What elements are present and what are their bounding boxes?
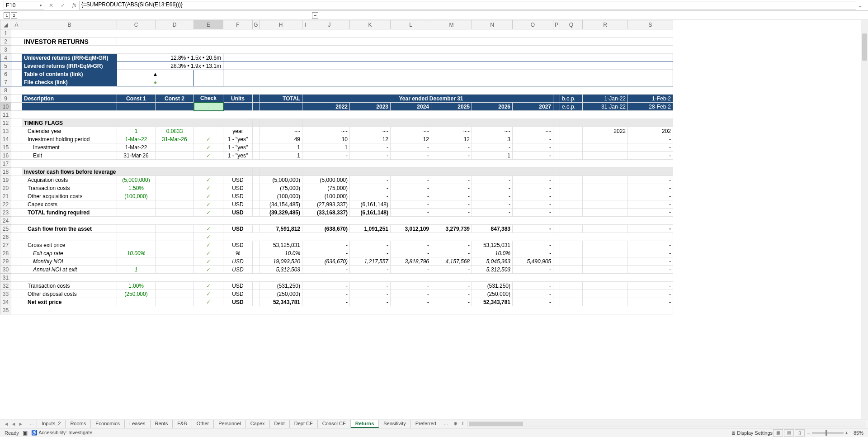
cell[interactable]: 3,279,739 [431,225,472,233]
row-22[interactable]: 22 [0,200,11,209]
tab-prev-icon[interactable]: ◄ [10,421,17,427]
row-12[interactable]: 12 [0,119,11,127]
cell[interactable]: - [628,298,673,306]
cell-desc[interactable]: Calendar year [22,127,117,135]
row-31[interactable]: 31 [0,274,11,282]
cell[interactable]: ~~ [259,127,302,135]
cell-desc[interactable]: Cash flow from the asset [22,225,117,233]
cell[interactable]: - [431,192,472,200]
sheet-tab-consolcf[interactable]: Consol CF [318,420,351,428]
row-6[interactable]: 6 [0,70,11,78]
row-18[interactable]: 18 [0,168,11,176]
cell[interactable]: - [391,249,431,257]
cell[interactable]: 3,818,796 [391,257,431,266]
cell[interactable]: 3,012,109 [391,225,431,233]
cell[interactable]: - [309,249,350,257]
cell-desc[interactable]: Other acquisition costs [22,192,117,200]
cell[interactable]: - [628,241,673,249]
cell[interactable]: - [309,298,350,306]
cell[interactable]: (100,000) [309,192,350,200]
col-O[interactable]: O [513,20,553,29]
row-10[interactable]: 10 [0,103,11,111]
cell[interactable]: USD [223,257,253,266]
cell[interactable]: - [391,176,431,184]
fx-icon[interactable]: fx [72,2,76,9]
cell[interactable]: year [223,127,253,135]
sheet-tab-other[interactable]: Other [192,420,214,428]
cell[interactable]: - [391,290,431,298]
cell-desc[interactable]: Investment holding period [22,135,117,143]
cell[interactable]: - [513,209,553,217]
cell[interactable]: - [472,209,513,217]
row-32[interactable]: 32 [0,282,11,290]
cell[interactable]: - [350,143,391,152]
row-21[interactable]: 21 [0,192,11,200]
row-13[interactable]: 13 [0,127,11,135]
cell[interactable]: - [628,290,673,298]
cell[interactable]: USD [223,266,253,274]
row-33[interactable]: 33 [0,290,11,298]
cell[interactable]: - [513,249,553,257]
cell[interactable]: 12 [391,135,431,143]
cell[interactable]: (250,000) [472,290,513,298]
cell[interactable]: - [350,266,391,274]
cell-desc[interactable]: Transaction costs [22,184,117,192]
row-27[interactable]: 27 [0,241,11,249]
cell[interactable]: - [431,152,472,160]
cell[interactable]: 1 [309,143,350,152]
cell[interactable]: - [513,192,553,200]
row-29[interactable]: 29 [0,257,11,266]
cell[interactable]: 1 - "yes" [223,143,253,152]
cell[interactable]: 4,157,568 [431,257,472,266]
cell[interactable]: - [391,192,431,200]
cell[interactable]: - [309,290,350,298]
outline-collapse-button[interactable]: − [312,12,318,19]
cell-desc[interactable]: Annual NOI at exit [22,266,117,274]
sheet-tab-debt[interactable]: Debt [270,420,290,428]
row-20[interactable]: 20 [0,184,11,192]
row-34[interactable]: 34 [0,298,11,306]
sheet-tab-rooms[interactable]: Rooms [66,420,91,428]
col-B[interactable]: B [22,20,117,29]
col-D[interactable]: D [156,20,194,29]
col-E[interactable]: E [194,20,223,29]
cell[interactable]: - [628,282,673,290]
cell[interactable]: - [350,249,391,257]
zoom-in-button[interactable]: + [845,430,848,436]
view-page-break-icon[interactable]: ▯ [795,429,805,437]
cell[interactable]: 10.0% [472,249,513,257]
cell[interactable]: 7,591,812 [259,225,302,233]
tab-first-icon[interactable]: ◄ [3,421,10,427]
toc-link[interactable]: Table of contents (link) [22,70,117,78]
cell[interactable]: 0.0833 [156,127,194,135]
accessibility-status[interactable]: ♿ Accessibility: Investigate [31,430,93,436]
cell[interactable]: (75,000) [259,184,302,192]
sheet-tab-sensitivity[interactable]: Sensitivity [379,420,411,428]
cell[interactable]: (250,000) [259,290,302,298]
cell[interactable]: - [431,184,472,192]
cell[interactable]: - [391,241,431,249]
cell[interactable]: ~~ [309,127,350,135]
up-arrow-icon[interactable]: ▲ [117,70,194,78]
cell[interactable]: 1.00% [117,282,156,290]
cell[interactable]: - [513,152,553,160]
col-Q[interactable]: Q [560,20,583,29]
cell[interactable]: ~~ [350,127,391,135]
cell[interactable]: - [628,266,673,274]
row-15[interactable]: 15 [0,143,11,152]
cell[interactable]: - [472,192,513,200]
cell-desc[interactable]: Exit [22,152,117,160]
outline-level-2[interactable]: 2 [11,12,17,19]
cell[interactable]: USD [223,200,253,209]
row-11[interactable]: 11 [0,111,11,119]
cell[interactable]: - [628,152,673,160]
tab-next-icon[interactable]: ► [17,421,24,427]
cell-desc[interactable]: Transaction costs [22,282,117,290]
cell[interactable]: - [350,282,391,290]
cell[interactable]: - [628,249,673,257]
row-14[interactable]: 14 [0,135,11,143]
cell[interactable]: - [309,266,350,274]
cell[interactable]: - [391,200,431,209]
sheet-tab-returns[interactable]: Returns [351,420,379,428]
cell-desc[interactable]: Gross exit price [22,241,117,249]
